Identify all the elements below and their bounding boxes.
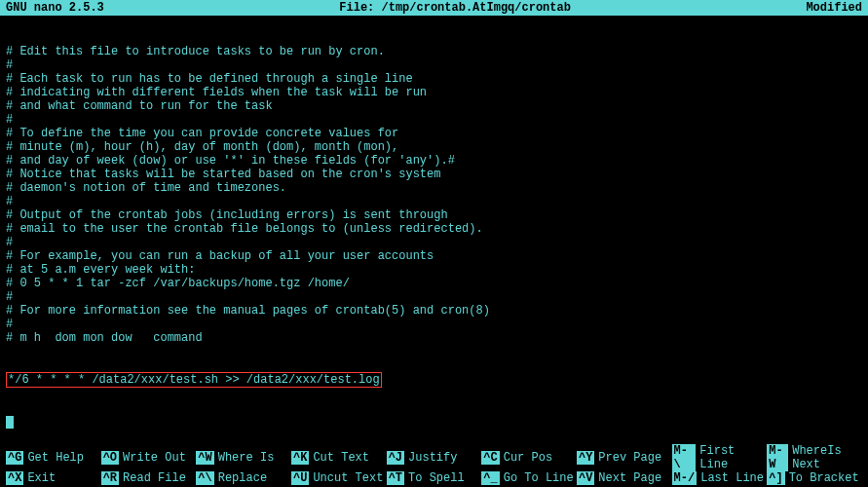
modified-status: Modified: [806, 1, 862, 15]
help-label: Go To Line: [504, 471, 574, 485]
app-name: GNU nano 2.5.3: [6, 1, 104, 15]
file-line: #: [6, 236, 862, 249]
help-label: Replace: [218, 471, 267, 485]
crontab-entry-line: */6 * * * * /data2/xxx/test.sh >> /data2…: [6, 372, 862, 388]
file-line: # Notice that tasks will be started base…: [6, 168, 862, 181]
highlighted-cron-line: */6 * * * * /data2/xxx/test.sh >> /data2…: [6, 372, 382, 388]
help-key: ^X: [6, 471, 23, 485]
help-shortcut: M-WWhereIs Next: [767, 444, 862, 471]
file-line: # For more information see the manual pa…: [6, 304, 862, 318]
help-shortcut: ^UUncut Text: [291, 471, 387, 485]
help-key: M-W: [767, 444, 788, 471]
help-label: Justify: [408, 451, 457, 465]
file-line: # email to the user the crontab file bel…: [6, 222, 862, 236]
file-line: # To define the time you can provide con…: [6, 127, 862, 140]
help-shortcut: ^XExit: [6, 471, 101, 485]
file-line: # minute (m), hour (h), day of month (do…: [6, 140, 862, 154]
help-shortcut: M-/Last Line: [672, 471, 768, 485]
file-line: # Each task to run has to be defined thr…: [6, 72, 862, 86]
help-key: ^T: [387, 471, 404, 485]
file-line: # Output of the crontab jobs (including …: [6, 208, 862, 222]
help-key: ^U: [291, 471, 309, 485]
file-line: # Edit this file to introduce tasks to b…: [6, 45, 862, 58]
help-key: ^J: [387, 451, 404, 465]
help-label: Cut Text: [313, 451, 369, 465]
help-label: WhereIs Next: [792, 444, 862, 471]
help-shortcut: ^VNext Page: [577, 471, 672, 485]
file-line: #: [6, 113, 862, 127]
help-label: Next Page: [598, 471, 661, 485]
help-shortcut: ^OWrite Out: [101, 444, 197, 471]
help-key: ^W: [196, 451, 213, 465]
help-key: ^\: [196, 471, 213, 485]
file-line: # and day of week (dow) or use '*' in th…: [6, 154, 862, 168]
help-shortcut: ^JJustify: [387, 444, 482, 471]
help-label: To Bracket: [789, 471, 859, 485]
file-line: #: [6, 290, 862, 304]
help-label: Read File: [123, 471, 186, 485]
help-label: To Spell: [408, 471, 465, 485]
file-line: #: [6, 58, 862, 72]
help-shortcut: M-\First Line: [672, 444, 768, 471]
help-key: M-/: [672, 471, 698, 485]
help-shortcut: ^_Go To Line: [481, 471, 577, 485]
text-cursor: [6, 416, 14, 429]
file-line: # m h dom mon dow command: [6, 331, 862, 345]
help-key: ^Y: [577, 451, 594, 465]
cursor-line: [6, 415, 862, 429]
help-key: M-\: [672, 444, 697, 471]
help-shortcut: ^YPrev Page: [577, 444, 672, 471]
help-label: Uncut Text: [313, 471, 383, 485]
help-key: ^_: [481, 471, 499, 485]
file-line: # at 5 a.m every week with:: [6, 263, 862, 277]
help-shortcut: ^\Replace: [196, 471, 291, 485]
file-line: #: [6, 195, 862, 208]
help-label: Exit: [27, 471, 56, 485]
help-key: ^R: [101, 471, 119, 485]
help-key: ^]: [767, 471, 784, 485]
help-label: First Line: [699, 444, 767, 471]
help-shortcut: ^WWhere Is: [196, 444, 291, 471]
help-key: ^O: [101, 451, 119, 465]
help-key: ^K: [291, 451, 309, 465]
help-shortcut: ^TTo Spell: [387, 471, 482, 485]
title-bar: GNU nano 2.5.3 File: /tmp/crontab.AtImgq…: [0, 0, 868, 16]
help-shortcut: ^KCut Text: [291, 444, 387, 471]
file-line: # and what command to run for the task: [6, 99, 862, 113]
help-shortcut: ^RRead File: [101, 471, 197, 485]
editor-viewport[interactable]: # Edit this file to introduce tasks to b…: [0, 16, 868, 444]
help-key: ^G: [6, 451, 23, 465]
help-label: Where Is: [218, 451, 275, 465]
file-name: File: /tmp/crontab.AtImgq/crontab: [104, 1, 807, 15]
file-line: # daemon's notion of time and timezones.: [6, 181, 862, 195]
file-line: # 0 5 * * 1 tar -zcf /var/backups/home.t…: [6, 277, 862, 290]
file-line: #: [6, 318, 862, 331]
help-key: ^V: [577, 471, 594, 485]
help-label: Cur Pos: [504, 451, 552, 465]
shortcut-help-bar: ^GGet Help^OWrite Out^WWhere Is^KCut Tex…: [0, 444, 868, 487]
help-label: Prev Page: [598, 451, 661, 465]
help-label: Get Help: [27, 451, 84, 465]
help-shortcut: ^]To Bracket: [767, 471, 862, 485]
help-shortcut: ^CCur Pos: [481, 444, 577, 471]
file-line: # For example, you can run a backup of a…: [6, 249, 862, 263]
help-label: Last Line: [700, 471, 764, 485]
help-key: ^C: [481, 451, 499, 465]
help-shortcut: ^GGet Help: [6, 444, 101, 471]
file-line: # indicating with different fields when …: [6, 86, 862, 99]
help-label: Write Out: [123, 451, 186, 465]
